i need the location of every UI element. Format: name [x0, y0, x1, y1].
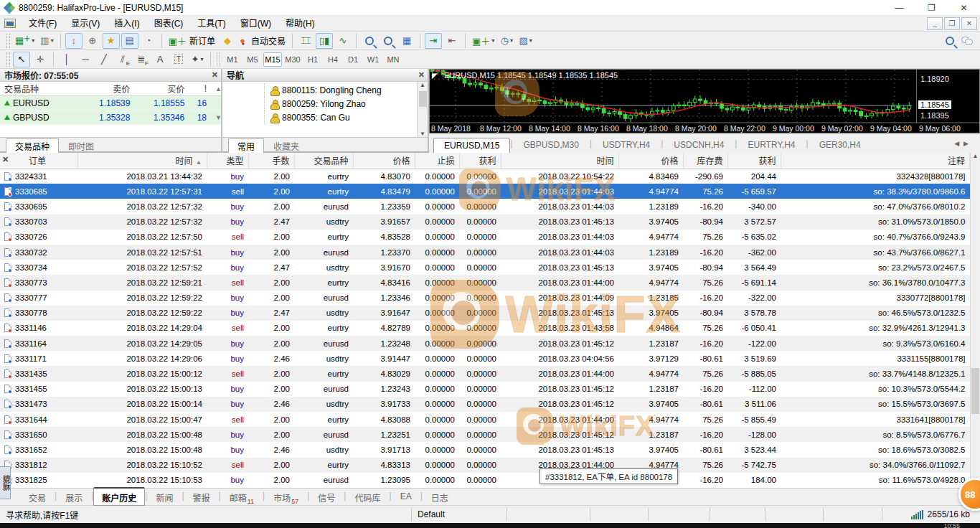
history-col-header-7[interactable]: 获利: [459, 153, 501, 169]
navigator-tab[interactable]: 常用: [228, 138, 264, 153]
history-row-3331812[interactable]: 33318122018.03.22 15:10:52sell2.00eurtry…: [0, 458, 970, 473]
data-window-button[interactable]: ⊕: [84, 33, 101, 49]
search-icon[interactable]: [946, 37, 954, 45]
history-row-3330732[interactable]: 33307322018.03.22 12:57:51buy2.00eurusd1…: [0, 245, 970, 260]
new-chart-button[interactable]: ▦＋▾: [13, 33, 37, 49]
history-row-3330703[interactable]: 33307032018.03.22 12:57:32buy2.47usdtry3…: [0, 214, 970, 230]
navigator-account-item[interactable]: 8800115: Dongling Cheng: [264, 83, 417, 97]
chat-icon[interactable]: [961, 37, 973, 45]
auto-scroll-button[interactable]: ⇥: [425, 33, 442, 49]
text-label-button[interactable]: T: [170, 52, 187, 67]
periods-button[interactable]: ◷▾: [498, 33, 515, 49]
history-row-3330695[interactable]: 33306952018.03.22 12:57:32buy2.00eurusd1…: [0, 199, 970, 214]
timeframe-button-m30[interactable]: M30: [283, 52, 302, 67]
history-col-header-5[interactable]: 价格: [353, 153, 415, 169]
history-row-3331652[interactable]: 33316522018.03.22 15:00:48buy2.46usdtry3…: [0, 442, 970, 457]
terminal-tab-6[interactable]: 市场57: [265, 489, 307, 507]
market-watch-toggle[interactable]: ↕: [65, 33, 83, 49]
chart-tab-3[interactable]: USDCNH,H4: [663, 137, 735, 153]
restore-button[interactable]: ❐: [915, 0, 948, 16]
cursor-button[interactable]: ↖: [13, 52, 30, 67]
toolbar-grip[interactable]: [6, 34, 10, 48]
terminal-tab-4[interactable]: 警报: [184, 489, 219, 506]
history-col-header-12[interactable]: 注释: [781, 153, 970, 169]
templates-button[interactable]: ▧▾: [517, 33, 534, 49]
toolbar-grip[interactable]: [6, 52, 10, 67]
history-col-header-6[interactable]: 止损: [415, 153, 459, 169]
scroll-up-icon[interactable]: ▲: [211, 85, 221, 93]
chart-tab-0[interactable]: EURUSD,M15: [433, 138, 510, 153]
toolbar-grip[interactable]: [217, 52, 220, 67]
timeframe-button-d1[interactable]: D1: [344, 52, 362, 67]
timeframe-button-m1[interactable]: M1: [223, 52, 242, 67]
zoom-in-button[interactable]: [361, 33, 378, 49]
terminal-tab-8[interactable]: 代码库: [346, 489, 389, 506]
market-watch-tab[interactable]: 交易品种: [6, 138, 59, 153]
terminal-tab-9[interactable]: EA: [392, 489, 420, 504]
menu-item-2[interactable]: 插入(I): [107, 16, 146, 32]
history-col-header-10[interactable]: 库存费: [683, 153, 727, 169]
history-row-3331146[interactable]: 33311462018.03.22 14:29:04sell2.00eurtry…: [0, 321, 970, 336]
history-col-header-0[interactable]: 订单: [0, 153, 77, 169]
profiles-button[interactable]: ▥▾: [38, 33, 55, 49]
autotrading-button[interactable]: ●●自动交易: [237, 33, 288, 49]
horizontal-line-button[interactable]: ─: [77, 52, 94, 67]
wikifx-side-tab[interactable]: 貔貅: [0, 466, 11, 499]
navigator-tab[interactable]: 收藏夹: [264, 138, 308, 154]
history-scrollbar[interactable]: ▲▼: [970, 153, 980, 488]
chart-tab-5[interactable]: GER30,H4: [809, 137, 872, 153]
history-col-header-8[interactable]: 时间: [501, 153, 618, 169]
vertical-line-button[interactable]: │: [58, 52, 75, 67]
strategy-tester-button[interactable]: ◔: [140, 33, 157, 49]
chart-minimize-button[interactable]: _: [927, 17, 943, 30]
history-row-3330685[interactable]: 33306852018.03.22 12:57:31sell2.00eurtry…: [0, 184, 970, 199]
history-row-3331650[interactable]: 33316502018.03.22 15:00:48buy2.00eurusd1…: [0, 427, 970, 442]
menu-item-1[interactable]: 显示(V): [64, 16, 107, 32]
history-row-3331473[interactable]: 33314732018.03.22 15:00:14buy2.46usdtry3…: [0, 397, 970, 412]
market-watch-row-eurusd[interactable]: EURUSD1.185391.1855516: [0, 96, 221, 110]
navigator-account-item[interactable]: 8800355: Can Gu: [264, 110, 417, 124]
navigator-close-icon[interactable]: ✕: [418, 70, 425, 80]
channel-button[interactable]: ⫽E: [114, 52, 131, 67]
market-watch-tab[interactable]: 即时图: [59, 138, 103, 154]
history-row-3331825[interactable]: 33318252018.03.22 15:10:53buy2.00eurusd1…: [0, 473, 970, 488]
metaeditor-button[interactable]: ◆: [219, 33, 236, 49]
menu-item-4[interactable]: 工具(T): [190, 16, 232, 32]
history-row-3331164[interactable]: 33311642018.03.22 14:29:05buy2.00eurusd1…: [0, 336, 970, 351]
timeframe-button-h1[interactable]: H1: [303, 52, 322, 67]
shapes-button[interactable]: ✦▾: [189, 52, 206, 67]
trendline-button[interactable]: ╱: [95, 52, 113, 67]
terminal-tab-5[interactable]: 邮箱11: [221, 489, 263, 507]
history-row-3330777[interactable]: 33307772018.03.22 12:59:22buy2.00eurusd1…: [0, 291, 970, 306]
terminal-tab-2[interactable]: 账户历史: [93, 487, 145, 506]
terminal-toggle[interactable]: ▤: [121, 33, 138, 49]
timeframe-button-h4[interactable]: H4: [324, 52, 342, 67]
market-watch-close-icon[interactable]: ✕: [212, 70, 218, 80]
chart-tab-2[interactable]: USDTRY,H4: [592, 137, 661, 153]
history-row-3331644[interactable]: 33316442018.03.22 15:00:47sell2.00eurtry…: [0, 412, 970, 427]
history-row-3330726[interactable]: 33307262018.03.22 12:57:50sell2.00eurtry…: [0, 230, 970, 245]
history-row-3331435[interactable]: 33314352018.03.22 15:00:12sell2.00eurtry…: [0, 366, 970, 381]
text-button[interactable]: A: [151, 52, 169, 67]
terminal-tab-1[interactable]: 展示: [57, 489, 91, 506]
history-row-3324331[interactable]: 33243312018.03.21 13:44:32buy2.00eurtry4…: [0, 169, 970, 184]
crosshair-button[interactable]: ✛: [32, 52, 49, 67]
history-row-3330778[interactable]: 33307782018.03.22 12:59:22buy2.47usdtry3…: [0, 306, 970, 321]
fibonacci-button[interactable]: ≣F: [133, 52, 150, 67]
minimize-button[interactable]: —: [883, 0, 915, 16]
menu-item-3[interactable]: 图表(C): [147, 16, 191, 32]
chart-tab-4[interactable]: EURTRY,H4: [737, 137, 806, 153]
chart-tab-1[interactable]: GBPUSD,M30: [512, 137, 589, 153]
terminal-tab-7[interactable]: 信号: [309, 489, 344, 506]
menu-item-0[interactable]: 文件(F): [22, 16, 64, 32]
menu-item-5[interactable]: 窗口(W): [233, 16, 278, 32]
history-col-header-4[interactable]: 交易品种: [294, 153, 353, 169]
terminal-close-icon[interactable]: ✕: [2, 155, 9, 164]
timeframe-button-m5[interactable]: M5: [243, 52, 262, 67]
timeframe-button-m15[interactable]: M15: [263, 52, 282, 67]
candlestick-button[interactable]: ▯▮: [316, 33, 333, 49]
close-button[interactable]: ✕: [948, 0, 980, 16]
scroll-up-icon[interactable]: ▲: [420, 82, 425, 88]
zoom-out-button[interactable]: [380, 33, 397, 49]
bar-chart-button[interactable]: ⌶⌶: [297, 33, 314, 49]
